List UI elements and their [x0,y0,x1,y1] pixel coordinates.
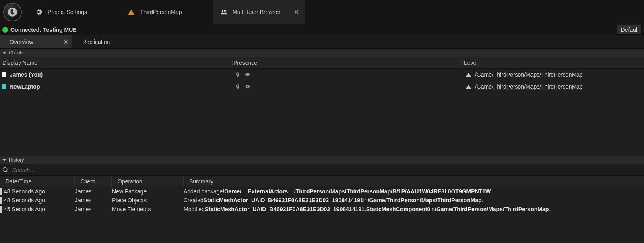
history-client: James [75,197,112,204]
sub-tab-label: Overview [10,39,33,45]
client-level[interactable]: /Game/ThirdPerson/Maps/ThirdPersonMap [464,83,644,90]
clients-column-headers: Display Name Presence Level [0,57,644,69]
history-row-marker [0,197,2,204]
search-icon [2,167,9,173]
column-header-client[interactable]: Client [75,176,112,187]
client-level-path: /Game/ThirdPerson/Maps/ThirdPersonMap [475,71,583,78]
history-row[interactable]: 45 Seconds AgoJamesMove ElementsModified… [0,205,644,214]
column-header-datetime[interactable]: Date/Time [0,176,75,187]
tab-label: Project Settings [47,9,87,15]
column-header-presence[interactable]: Presence [233,60,463,66]
svg-rect-1 [466,77,471,77]
history-section-header[interactable]: History [0,156,644,164]
close-icon[interactable]: ✕ [64,39,68,45]
pin-icon[interactable] [235,71,241,78]
users-icon [220,8,228,16]
tab-thirdpersonmap[interactable]: ThirdPersonMap [120,0,213,24]
sub-tab-label: Replication [82,39,110,45]
history-summary: Created StaticMeshActor_UAID_B46921F0A8E… [184,197,644,204]
history-search-input[interactable] [12,167,642,173]
column-header-level[interactable]: Level [463,60,644,66]
main-tab-bar: Project Settings ThirdPersonMap Multi-Us… [0,0,644,24]
unreal-logo-icon[interactable] [3,3,22,21]
history-operation: Move Elements [112,206,184,212]
eye-icon[interactable] [244,84,251,89]
history-row-marker [0,188,2,195]
disc-icon[interactable] [244,73,251,77]
client-color-swatch [2,72,6,77]
client-level-path: /Game/ThirdPerson/Maps/ThirdPersonMap [475,83,583,90]
history-datetime: 45 Seconds Ago [4,206,75,212]
clients-panel: Display Name Presence Level James (You)/… [0,57,644,156]
client-row[interactable]: James (You)/Game/ThirdPerson/Maps/ThirdP… [0,69,644,81]
history-client: James [75,206,112,212]
history-panel: Date/Time Client Operation Summary 48 Se… [0,164,644,243]
tab-overview[interactable]: Overview ✕ [0,35,72,48]
svg-point-0 [245,73,250,76]
pin-icon[interactable] [235,83,241,90]
history-row[interactable]: 48 Seconds AgoJamesNew PackageAdded pack… [0,187,644,196]
client-level[interactable]: /Game/ThirdPerson/Maps/ThirdPersonMap [464,71,644,78]
history-search-row [0,164,644,176]
tab-label: ThirdPersonMap [140,9,182,15]
tab-replication[interactable]: Replication [72,35,121,48]
connection-status-bar: Connected: Testing MUE Defaul [0,24,644,35]
disclosure-triangle-icon [2,159,6,161]
level-icon [465,71,472,78]
section-title: Clients [9,50,24,56]
column-header-operation[interactable]: Operation [112,176,184,187]
disclosure-triangle-icon [2,52,6,54]
level-icon [465,83,472,90]
svg-rect-2 [466,89,471,89]
preset-combo[interactable]: Defaul [617,25,642,35]
history-datetime: 48 Seconds Ago [4,188,75,195]
history-column-headers: Date/Time Client Operation Summary [0,176,644,187]
client-name: NewLaptop [10,83,233,90]
tab-project-settings[interactable]: Project Settings [27,0,120,24]
gear-icon [35,8,43,16]
history-summary: Added package /Game/__ExternalActors__/T… [184,188,644,195]
history-operation: New Package [112,188,184,195]
client-presence [233,83,464,90]
tab-multi-user-browser[interactable]: Multi-User Browser ✕ [213,0,305,24]
history-datetime: 48 Seconds Ago [4,197,75,204]
client-name: James (You) [10,71,233,78]
sub-tab-bar: Overview ✕ Replication [0,35,644,48]
history-client: James [75,188,112,195]
client-row[interactable]: NewLaptop/Game/ThirdPerson/Maps/ThirdPer… [0,81,644,93]
history-summary: Modified StaticMeshActor_UAID_B46921F0A8… [184,206,644,212]
client-presence [233,71,464,78]
history-row-marker [0,206,2,213]
level-icon [127,8,135,16]
column-header-summary[interactable]: Summary [184,176,644,187]
clients-section-header[interactable]: Clients [0,48,644,57]
column-header-display-name[interactable]: Display Name [0,60,233,66]
history-row[interactable]: 48 Seconds AgoJamesPlace ObjectsCreated … [0,196,644,205]
close-icon[interactable]: ✕ [293,9,299,15]
history-operation: Place Objects [112,197,184,204]
client-color-swatch [2,84,6,89]
connection-status-text: Connected: Testing MUE [10,27,77,33]
section-title: History [9,157,24,163]
tab-label: Multi-User Browser [233,9,281,15]
status-dot-icon [2,27,8,33]
